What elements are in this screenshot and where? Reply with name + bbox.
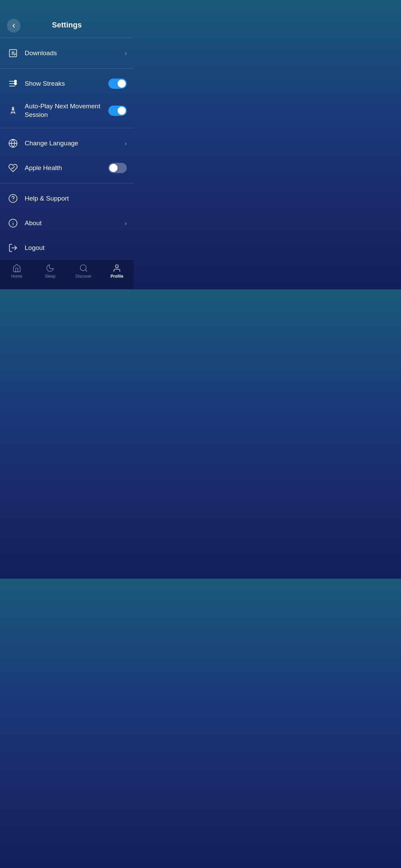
downloads-label: Downloads xyxy=(25,49,125,57)
nav-sleep[interactable]: Sleep xyxy=(38,264,62,279)
nav-home-label: Home xyxy=(11,274,22,279)
auto-play-toggle[interactable] xyxy=(108,106,127,116)
help-icon xyxy=(7,192,19,205)
auto-play-track xyxy=(108,106,127,116)
show-streaks-thumb xyxy=(118,80,126,88)
globe-icon xyxy=(7,137,19,149)
integrations-section: Change Language › Apple Health xyxy=(0,130,134,182)
header: Settings xyxy=(0,0,134,36)
logout-label: Logout xyxy=(25,244,127,252)
apple-health-label: Apple Health xyxy=(25,164,108,172)
show-streaks-item[interactable]: Show Streaks xyxy=(0,71,134,96)
streaks-icon xyxy=(7,77,19,90)
auto-play-label: Auto-Play Next Movement Session xyxy=(25,102,108,119)
nav-discover-label: Discover xyxy=(75,274,92,279)
svg-point-8 xyxy=(14,83,17,85)
svg-point-7 xyxy=(14,80,17,83)
apple-health-track xyxy=(108,163,127,173)
auto-play-item[interactable]: Auto-Play Next Movement Session xyxy=(0,96,134,125)
svg-line-23 xyxy=(85,270,87,272)
change-language-chevron: › xyxy=(125,140,127,147)
discover-icon xyxy=(79,264,88,273)
apple-health-item[interactable]: Apple Health xyxy=(0,156,134,180)
content-area: Settings Downloads › xyxy=(0,0,134,259)
info-icon xyxy=(7,217,19,229)
sleep-icon xyxy=(46,264,54,273)
logout-item[interactable]: Logout xyxy=(0,236,134,259)
divider-top xyxy=(0,38,134,38)
movement-icon xyxy=(7,105,19,117)
home-icon xyxy=(12,264,21,273)
heart-icon xyxy=(7,162,19,174)
nav-home[interactable]: Home xyxy=(5,264,29,279)
logout-icon xyxy=(7,242,19,254)
divider-1 xyxy=(0,68,134,69)
bottom-nav: Home Sleep Discover Profile xyxy=(0,259,134,289)
preferences-section: Show Streaks Auto-Play Next Movement Ses… xyxy=(0,70,134,126)
auto-play-thumb xyxy=(118,107,126,115)
back-button[interactable] xyxy=(7,19,21,33)
show-streaks-track xyxy=(108,79,127,89)
svg-point-24 xyxy=(116,265,119,268)
profile-icon xyxy=(112,264,121,273)
show-streaks-label: Show Streaks xyxy=(25,80,108,87)
downloads-chevron: › xyxy=(125,50,127,57)
help-support-item[interactable]: Help & Support xyxy=(0,186,134,211)
change-language-item[interactable]: Change Language › xyxy=(0,131,134,156)
nav-discover[interactable]: Discover xyxy=(72,264,96,279)
support-section: Help & Support About › Logout xyxy=(0,185,134,259)
divider-2 xyxy=(0,128,134,128)
show-streaks-toggle[interactable] xyxy=(108,79,127,89)
help-support-label: Help & Support xyxy=(25,195,127,202)
nav-profile-label: Profile xyxy=(111,274,123,279)
apple-health-toggle[interactable] xyxy=(108,163,127,173)
downloads-item[interactable]: Downloads › xyxy=(0,41,134,65)
change-language-label: Change Language xyxy=(25,140,125,147)
page-title: Settings xyxy=(52,21,82,29)
about-chevron: › xyxy=(125,220,127,227)
downloads-section: Downloads › xyxy=(0,39,134,67)
divider-3 xyxy=(0,183,134,183)
downloads-icon xyxy=(7,47,19,59)
apple-health-thumb xyxy=(109,164,118,172)
svg-point-16 xyxy=(9,195,17,203)
about-item[interactable]: About › xyxy=(0,211,134,236)
nav-sleep-label: Sleep xyxy=(45,274,56,279)
about-label: About xyxy=(25,219,125,227)
nav-profile[interactable]: Profile xyxy=(105,264,129,279)
